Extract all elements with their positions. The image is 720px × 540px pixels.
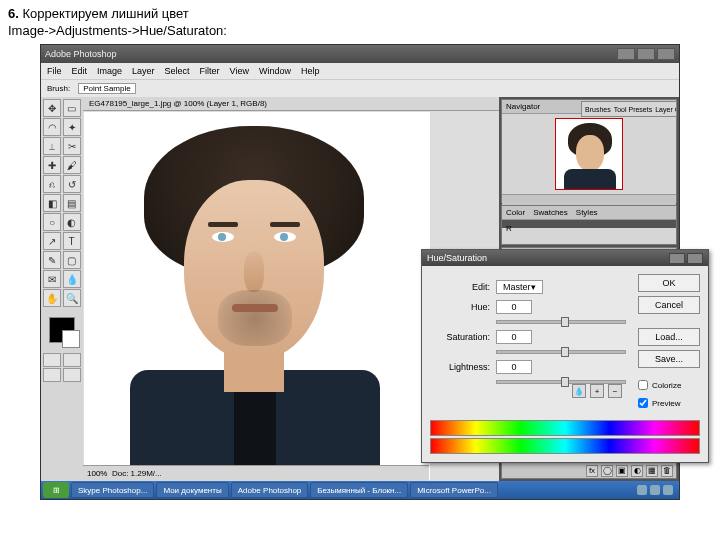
heal-tool[interactable]: ✚: [43, 156, 61, 174]
hue-slider[interactable]: [496, 320, 626, 324]
titlebar[interactable]: Adobe Photoshop: [41, 45, 679, 63]
task-item[interactable]: Microsoft PowerPo...: [410, 482, 498, 498]
dock-brushes[interactable]: Brushes: [585, 106, 611, 113]
zoom-tool[interactable]: 🔍: [63, 289, 81, 307]
dialog-title: Hue/Saturation: [427, 253, 487, 263]
styles-tab[interactable]: Styles: [572, 206, 602, 219]
screenmode-std[interactable]: [43, 368, 61, 382]
foreground-color[interactable]: [49, 317, 75, 343]
slice-tool[interactable]: ✂: [63, 137, 81, 155]
navigator-thumb[interactable]: [555, 118, 623, 190]
dialog-titlebar[interactable]: Hue/Saturation: [422, 250, 708, 266]
marquee-tool[interactable]: ▭: [63, 99, 81, 117]
task-item[interactable]: Adobe Photoshop: [231, 482, 309, 498]
right-dock[interactable]: Brushes Tool Presets Layer Co...: [581, 101, 677, 117]
menu-image[interactable]: Image: [97, 66, 122, 76]
hue-saturation-dialog: Hue/Saturation Edit: Master ▾ Hue:: [421, 249, 709, 463]
start-button[interactable]: ⊞: [43, 482, 69, 498]
task-item[interactable]: Мои документы: [156, 482, 228, 498]
trash-icon[interactable]: 🗑: [661, 465, 673, 477]
eraser-tool[interactable]: ◧: [43, 194, 61, 212]
dock-toolpresets[interactable]: Tool Presets: [614, 106, 653, 113]
screenmode-full[interactable]: [63, 368, 81, 382]
move-tool[interactable]: ✥: [43, 99, 61, 117]
options-bar: Brush: Point Sample: [41, 79, 679, 97]
menu-select[interactable]: Select: [165, 66, 190, 76]
menu-edit[interactable]: Edit: [72, 66, 88, 76]
swatches-tab[interactable]: Swatches: [529, 206, 572, 219]
lasso-tool[interactable]: ◠: [43, 118, 61, 136]
menu-view[interactable]: View: [230, 66, 249, 76]
hue-gradient-2: [430, 438, 700, 454]
new-layer-icon[interactable]: ▦: [646, 465, 658, 477]
sample-size-select[interactable]: Point Sample: [78, 83, 136, 94]
saturation-slider[interactable]: [496, 350, 626, 354]
doc-info: Doc: 1.29M/...: [112, 469, 162, 478]
minimize-button[interactable]: [617, 48, 635, 60]
cancel-button[interactable]: Cancel: [638, 296, 700, 314]
close-button[interactable]: [657, 48, 675, 60]
tray-icon[interactable]: [663, 485, 673, 495]
notes-tool[interactable]: ✉: [43, 270, 61, 288]
crop-tool[interactable]: ⟂: [43, 137, 61, 155]
blur-tool[interactable]: ○: [43, 213, 61, 231]
hue-input[interactable]: [496, 300, 532, 314]
hand-tool[interactable]: ✋: [43, 289, 61, 307]
ok-button[interactable]: OK: [638, 274, 700, 292]
load-button[interactable]: Load...: [638, 328, 700, 346]
zoom-level[interactable]: 100%: [87, 469, 107, 478]
dialog-minimize[interactable]: [669, 253, 685, 264]
edit-label: Edit:: [430, 282, 490, 292]
path-tool[interactable]: ↗: [43, 232, 61, 250]
folder-icon[interactable]: ▣: [616, 465, 628, 477]
menu-filter[interactable]: Filter: [200, 66, 220, 76]
adjustment-icon[interactable]: ◐: [631, 465, 643, 477]
menu-layer[interactable]: Layer: [132, 66, 155, 76]
background-color[interactable]: [62, 330, 80, 348]
task-item[interactable]: Безымянный - Блокн...: [310, 482, 408, 498]
eyedropper-minus-icon[interactable]: −: [608, 384, 622, 398]
color-tab[interactable]: Color: [502, 206, 529, 219]
pen-tool[interactable]: ✎: [43, 251, 61, 269]
history-brush-tool[interactable]: ↺: [63, 175, 81, 193]
navigator-tab[interactable]: Navigator: [502, 100, 544, 113]
dialog-close[interactable]: [687, 253, 703, 264]
eyedropper-tool[interactable]: 💧: [63, 270, 81, 288]
preview-checkbox[interactable]: Preview: [638, 398, 700, 408]
saturation-input[interactable]: [496, 330, 532, 344]
toolbox: ✥ ▭ ◠ ✦ ⟂ ✂ ✚ 🖌 ⎌ ↺ ◧ ▤ ○ ◐ ↗ T ✎ ▢ ✉ 💧 …: [41, 97, 83, 481]
brush-tool[interactable]: 🖌: [63, 156, 81, 174]
shape-tool[interactable]: ▢: [63, 251, 81, 269]
dodge-tool[interactable]: ◐: [63, 213, 81, 231]
system-tray[interactable]: [633, 485, 677, 495]
app-title: Adobe Photoshop: [45, 49, 117, 59]
menu-window[interactable]: Window: [259, 66, 291, 76]
saturation-label: Saturation:: [430, 332, 490, 342]
edit-select[interactable]: Master ▾: [496, 280, 543, 294]
maximize-button[interactable]: [637, 48, 655, 60]
brush-label: Brush:: [47, 84, 70, 93]
mask-icon[interactable]: ◯: [601, 465, 613, 477]
wand-tool[interactable]: ✦: [63, 118, 81, 136]
tray-icon[interactable]: [637, 485, 647, 495]
lightness-slider[interactable]: [496, 380, 626, 384]
save-button[interactable]: Save...: [638, 350, 700, 368]
type-tool[interactable]: T: [63, 232, 81, 250]
lightness-input[interactable]: [496, 360, 532, 374]
dock-layercomps[interactable]: Layer Co...: [655, 106, 677, 113]
hue-label: Hue:: [430, 302, 490, 312]
menu-file[interactable]: File: [47, 66, 62, 76]
quickmask-on[interactable]: [63, 353, 81, 367]
quickmask-off[interactable]: [43, 353, 61, 367]
colorize-checkbox[interactable]: Colorize: [638, 380, 700, 390]
eyedropper-plus-icon[interactable]: +: [590, 384, 604, 398]
task-item[interactable]: Skype Photoshop...: [71, 482, 154, 498]
eyedropper-icon[interactable]: 💧: [572, 384, 586, 398]
document-tab[interactable]: EG478195_large_1.jpg @ 100% (Layer 1, RG…: [83, 97, 499, 111]
menu-help[interactable]: Help: [301, 66, 320, 76]
gradient-tool[interactable]: ▤: [63, 194, 81, 212]
stamp-tool[interactable]: ⎌: [43, 175, 61, 193]
lightness-label: Lightness:: [430, 362, 490, 372]
tray-icon[interactable]: [650, 485, 660, 495]
fx-icon[interactable]: fx: [586, 465, 598, 477]
